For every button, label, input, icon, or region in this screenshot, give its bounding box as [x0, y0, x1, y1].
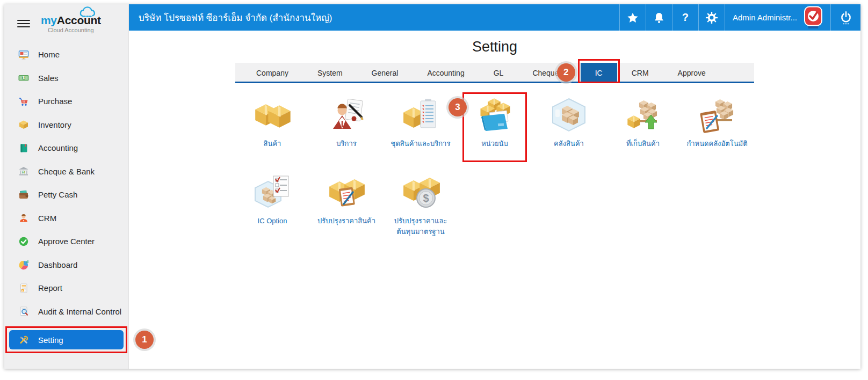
tile-label: ปรับปรุงราคาและ ต้นทุนมาตรฐาน: [394, 216, 447, 237]
brand-my: my: [41, 14, 57, 26]
help-icon: ?: [682, 11, 689, 24]
sidebar-item-label: Cheque & Bank: [38, 167, 95, 176]
tile-product-set[interactable]: ชุดสินค้าและบริการ: [384, 95, 458, 157]
svg-text:$: $: [23, 171, 24, 174]
service-person-icon: [327, 97, 366, 135]
favorite-star-button[interactable]: [619, 4, 646, 31]
sidebar-item-audit[interactable]: Audit & Internal Control: [4, 300, 128, 324]
notifications-button[interactable]: [646, 4, 672, 31]
ic-setting-grid: สินค้า: [235, 95, 754, 237]
report-doc-icon: $: [18, 283, 29, 294]
sidebar-item-label: Sales: [38, 74, 59, 83]
sidebar-item-accounting[interactable]: Accounting: [4, 136, 128, 160]
user-logo-badge: [804, 6, 823, 30]
sidebar-item-report[interactable]: $ Report: [4, 276, 128, 300]
cloud-icon: [78, 6, 97, 19]
main-content: Setting Company System General Accountin…: [129, 31, 860, 369]
auto-warehouse-icon: [698, 97, 736, 135]
settings-gear-button[interactable]: [698, 4, 725, 31]
sidebar-item-sales[interactable]: $ Sales: [4, 67, 128, 90]
setting-tools-icon: [18, 334, 29, 345]
tab-company[interactable]: Company: [242, 63, 303, 82]
product-set-clipboard-icon: [401, 97, 440, 135]
tile-price-adjust[interactable]: ปรับปรุงราคาสินค้า: [309, 172, 384, 237]
app-logo: myAccount Cloud Accounting: [41, 14, 101, 33]
page-title: Setting: [129, 39, 860, 55]
sidebar-item-inventory[interactable]: Inventory: [4, 113, 128, 137]
tile-auto-warehouse[interactable]: กำหนดคลังอัตโนมัติ: [680, 95, 754, 157]
sidebar-item-label: Report: [38, 283, 62, 293]
sidebar-item-label: CRM: [38, 214, 56, 223]
tile-label: ปรับปรุงราคาสินค้า: [317, 216, 375, 226]
sidebar-item-setting[interactable]: Setting: [9, 330, 124, 349]
app-window: บริษัท โปรซอฟท์ ซีอาร์เอ็ม จำกัด (สำนักง…: [4, 4, 860, 369]
tile-warehouse[interactable]: คลังสินค้า: [532, 95, 606, 157]
screenshot: บริษัท โปรซอฟท์ ซีอาร์เอ็ม จำกัด (สำนักง…: [0, 0, 868, 380]
sidebar-item-dashboard[interactable]: Dashboard: [4, 253, 128, 277]
tile-label: บริการ: [336, 138, 356, 149]
power-icon: [840, 11, 852, 25]
crm-person-icon: [18, 213, 29, 223]
annotation-box-setting: Setting 1: [5, 326, 127, 353]
sidebar-item-label: Dashboard: [38, 260, 77, 269]
top-header-bar: บริษัท โปรซอฟท์ ซีอาร์เอ็ม จำกัด (สำนักง…: [129, 4, 860, 31]
tile-ic-option[interactable]: IC Option: [235, 172, 309, 237]
sidebar-item-cheque-bank[interactable]: $ Cheque & Bank: [4, 160, 128, 184]
product-boxes-icon: [253, 97, 292, 135]
approve-check-icon: [18, 236, 29, 247]
tab-approve[interactable]: Approve: [663, 63, 720, 82]
wallet-icon: [18, 189, 29, 200]
sidebar: myAccount Cloud Accounting Home: [4, 4, 129, 369]
price-cost-coin-icon: $: [401, 174, 440, 213]
sidebar-item-approve-center[interactable]: Approve Center: [4, 230, 128, 253]
company-title: บริษัท โปรซอฟท์ ซีอาร์เอ็ม จำกัด (สำนักง…: [129, 4, 619, 31]
svg-text:$: $: [23, 76, 25, 81]
bell-icon: [653, 12, 665, 24]
ic-option-checklist-icon: [253, 174, 292, 213]
tile-label: ที่เก็บสินค้า: [626, 138, 660, 149]
help-button[interactable]: ?: [672, 4, 698, 31]
star-icon: [627, 12, 639, 24]
sidebar-item-label: Inventory: [38, 120, 71, 129]
tile-label: ชุดสินค้าและบริการ: [391, 138, 451, 149]
tab-accounting[interactable]: Accounting: [413, 63, 479, 82]
tab-gl[interactable]: GL: [479, 63, 518, 82]
tile-unit-count[interactable]: หน่วยนับ 3: [458, 95, 532, 157]
sidebar-item-label: Petty Cash: [38, 190, 77, 199]
sidebar-item-label: Audit & Internal Control: [38, 307, 121, 316]
sidebar-item-home[interactable]: Home: [4, 43, 128, 67]
tile-label: หน่วยนับ: [481, 138, 508, 149]
annotation-step-1: 1: [135, 331, 154, 349]
user-name: Admin Administr...: [733, 13, 797, 22]
audit-magnifier-icon: [18, 306, 29, 317]
setting-tab-bar: Company System General Accounting GL Che…: [235, 63, 754, 83]
sidebar-item-crm[interactable]: CRM: [4, 207, 128, 230]
logout-power-button[interactable]: [830, 4, 860, 31]
svg-text:$: $: [423, 192, 429, 204]
tile-product[interactable]: สินค้า: [235, 95, 309, 157]
tile-price-cost-adjust[interactable]: $ ปรับปรุงราคาและ ต้นทุนมาตรฐาน: [384, 172, 458, 237]
sidebar-item-purchase[interactable]: Purchase: [4, 90, 128, 113]
tab-system[interactable]: System: [303, 63, 357, 82]
tab-crm[interactable]: CRM: [617, 63, 663, 82]
sidebar-item-label: Home: [38, 50, 60, 59]
dashboard-pie-icon: [18, 259, 29, 270]
sidebar-item-label: Setting: [38, 335, 63, 345]
inventory-box-icon: [18, 119, 29, 130]
tab-general[interactable]: General: [357, 63, 413, 82]
sales-banknote-icon: $: [18, 72, 29, 83]
sidebar-item-petty-cash[interactable]: Petty Cash: [4, 183, 128, 207]
purchase-cart-icon: [18, 96, 29, 107]
user-menu[interactable]: Admin Administr...: [725, 4, 830, 31]
hamburger-menu-icon[interactable]: [17, 18, 30, 29]
annotation-step-2: 2: [557, 63, 575, 82]
tab-ic-label: IC: [595, 69, 603, 77]
annotation-step-3: 3: [449, 98, 467, 116]
sidebar-item-label: Approve Center: [38, 237, 95, 246]
tile-service[interactable]: บริการ: [309, 95, 384, 157]
tile-label: คลังสินค้า: [554, 138, 584, 149]
bank-icon: $: [18, 166, 29, 177]
tile-storage-location[interactable]: ที่เก็บสินค้า: [606, 95, 680, 157]
tab-ic[interactable]: IC 2: [581, 63, 617, 82]
sidebar-item-label: Accounting: [38, 143, 78, 152]
